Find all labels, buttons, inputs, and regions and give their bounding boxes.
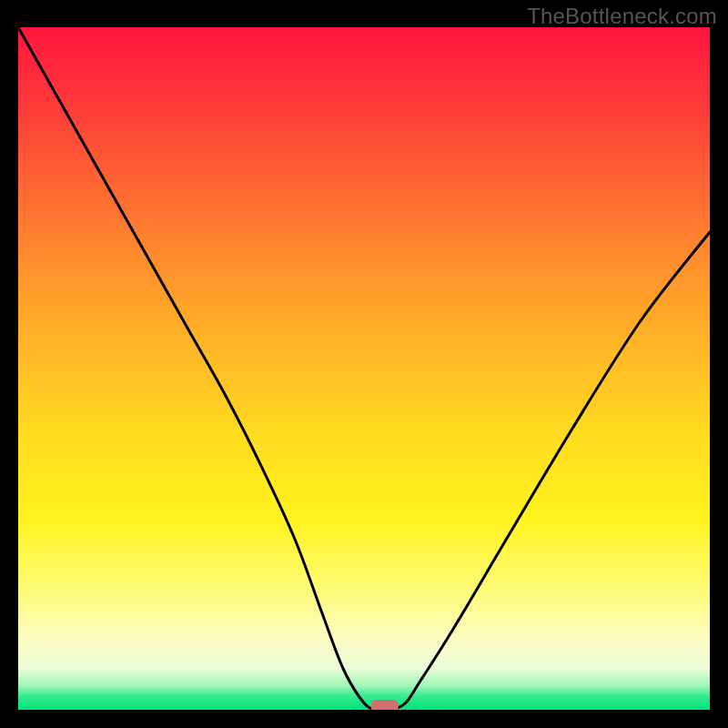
- plot-area: [18, 27, 710, 710]
- watermark-text: TheBottleneck.com: [527, 4, 717, 29]
- chart-frame: TheBottleneck.com: [0, 0, 728, 728]
- minimum-marker: [18, 27, 710, 710]
- svg-rect-0: [371, 700, 399, 710]
